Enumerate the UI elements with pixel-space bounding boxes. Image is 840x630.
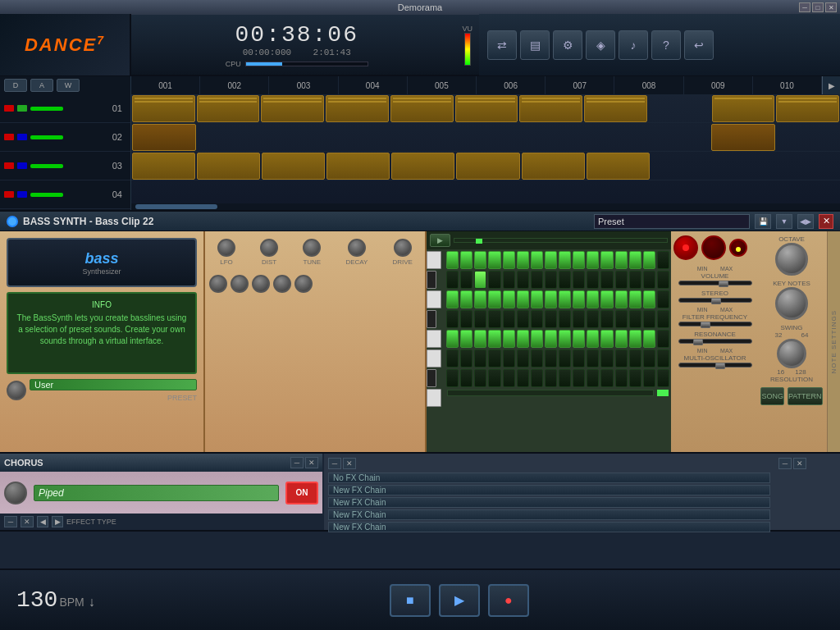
step-btn[interactable] (474, 271, 486, 289)
seq-clip[interactable] (455, 95, 518, 122)
step-btn[interactable] (517, 349, 529, 368)
chorus-minimize-btn[interactable]: ─ (290, 457, 304, 468)
seq-clip-empty[interactable] (651, 153, 713, 180)
chorus-footer-close[interactable]: ✕ (21, 516, 34, 527)
step-btn[interactable] (573, 251, 585, 269)
step-btn[interactable] (629, 369, 641, 387)
song-button[interactable]: SONG (760, 387, 784, 405)
step-btn[interactable] (600, 310, 613, 328)
fx-chain-item-4[interactable]: New FX Chain (328, 522, 770, 532)
seq-clip[interactable] (522, 153, 585, 180)
step-btn[interactable] (474, 349, 486, 368)
step-btn[interactable] (545, 369, 557, 387)
piano-key-2[interactable] (427, 271, 436, 289)
seq-scrollbar[interactable] (131, 203, 840, 210)
step-btn[interactable] (460, 310, 472, 328)
fx-chain-item-3[interactable]: New FX Chain (328, 509, 770, 520)
step-btn[interactable] (615, 369, 628, 387)
level-led-2[interactable] (701, 235, 726, 260)
seq-scrollbar-thumb[interactable] (135, 204, 217, 209)
seq-clip[interactable] (584, 95, 647, 122)
step-btn[interactable] (446, 310, 459, 328)
step-btn[interactable] (488, 330, 500, 348)
step-play-btn[interactable]: ▶ (430, 234, 450, 247)
seq-clip[interactable] (132, 153, 195, 180)
piano-key-8[interactable] (427, 389, 441, 407)
step-btn[interactable] (503, 369, 515, 387)
fx2-minimize-btn[interactable]: ─ (778, 458, 792, 469)
fx-chain-item-1[interactable]: New FX Chain (328, 485, 770, 495)
instrument-close-button[interactable]: ✕ (819, 214, 833, 229)
step-btn[interactable] (615, 310, 628, 328)
seq-clip[interactable] (197, 95, 260, 122)
step-btn[interactable] (587, 251, 599, 269)
toolbar-btn-1[interactable]: ⇄ (487, 30, 517, 60)
piano-key-4[interactable] (427, 310, 436, 328)
tune-knob[interactable] (303, 239, 321, 257)
preset-save-btn[interactable]: 💾 (755, 214, 771, 229)
multi-osc-slider[interactable] (678, 363, 752, 368)
step-btn[interactable] (657, 330, 669, 348)
step-btn[interactable] (531, 251, 543, 269)
chorus-on-button[interactable]: ON (285, 482, 318, 504)
preset-input[interactable] (594, 214, 750, 229)
piano-key-3[interactable] (427, 290, 441, 308)
step-btn[interactable] (545, 349, 557, 368)
seq-clip[interactable] (132, 124, 196, 151)
step-btn[interactable] (545, 310, 557, 328)
step-btn[interactable] (545, 290, 557, 308)
seq-clip[interactable] (132, 95, 195, 122)
step-btn[interactable] (587, 271, 599, 289)
step-btn[interactable] (587, 290, 599, 308)
step-btn[interactable] (559, 290, 571, 308)
step-btn[interactable] (446, 251, 459, 269)
knob-2c[interactable] (252, 275, 270, 293)
fx-close-btn[interactable]: ✕ (343, 458, 356, 469)
step-btn[interactable] (446, 271, 459, 289)
step-btn[interactable] (460, 349, 472, 368)
chorus-footer-min[interactable]: ─ (4, 516, 17, 527)
step-btn[interactable] (460, 271, 472, 289)
step-btn[interactable] (600, 369, 613, 387)
seq-tab-w[interactable]: W (57, 79, 80, 92)
seq-tab-a[interactable]: A (30, 79, 53, 92)
fx2-close-btn[interactable]: ✕ (793, 458, 806, 469)
resonance-slider[interactable] (678, 339, 752, 344)
seq-clip[interactable] (197, 153, 260, 180)
seq-clip[interactable] (519, 95, 582, 122)
step-btn[interactable] (573, 310, 585, 328)
seq-clip-empty[interactable] (714, 153, 776, 180)
step-btn[interactable] (474, 251, 486, 269)
step-btn[interactable] (615, 330, 628, 348)
maximize-button[interactable]: □ (812, 2, 824, 12)
chorus-knob-1[interactable] (4, 482, 27, 504)
key-notes-knob[interactable] (775, 287, 808, 320)
step-btn[interactable] (587, 330, 599, 348)
step-btn[interactable] (629, 290, 641, 308)
step-btn[interactable] (600, 349, 613, 368)
stereo-slider[interactable] (678, 298, 752, 303)
step-btn[interactable] (517, 369, 529, 387)
step-btn[interactable] (559, 251, 571, 269)
seq-clip[interactable] (712, 95, 775, 122)
step-btn[interactable] (559, 271, 571, 289)
step-btn[interactable] (488, 271, 500, 289)
step-btn[interactable] (629, 330, 641, 348)
step-btn[interactable] (517, 310, 529, 328)
step-btn[interactable] (643, 251, 655, 269)
seq-clip-empty[interactable] (647, 124, 710, 151)
step-btn[interactable] (460, 369, 472, 387)
toolbar-btn-6[interactable]: ? (651, 30, 681, 60)
step-btn[interactable] (587, 349, 599, 368)
seq-clip[interactable] (261, 95, 324, 122)
step-btn[interactable] (629, 271, 641, 289)
step-btn[interactable] (474, 369, 486, 387)
chorus-nav-left[interactable]: ◀ (37, 516, 48, 527)
knob-2e[interactable] (294, 275, 313, 293)
step-btn[interactable] (559, 369, 571, 387)
step-btn[interactable] (643, 349, 655, 368)
seq-clip[interactable] (326, 95, 389, 122)
step-btn[interactable] (657, 369, 669, 387)
step-btn[interactable] (488, 251, 500, 269)
seq-clip[interactable] (776, 95, 839, 122)
